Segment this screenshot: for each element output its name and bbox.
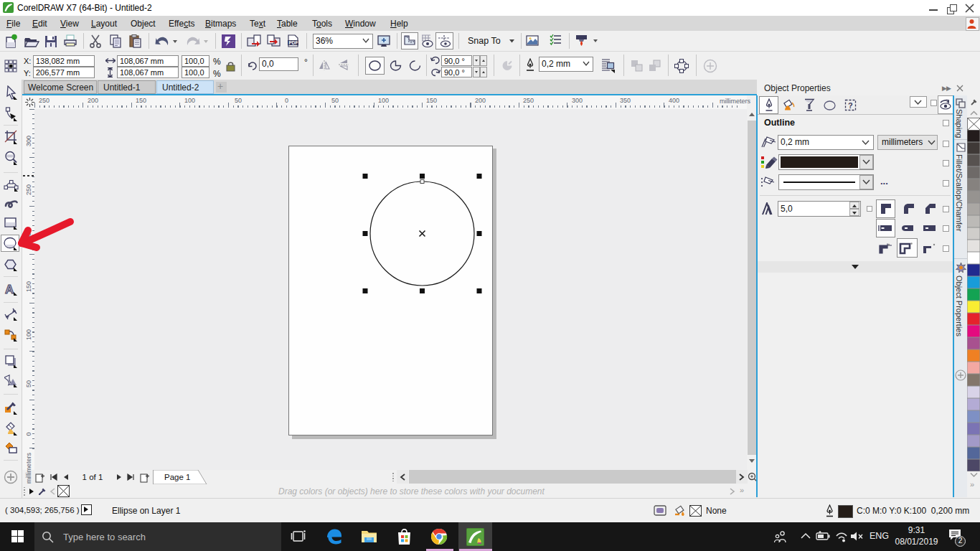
svg-text:A: A xyxy=(5,283,14,296)
svg-text:PDF: PDF xyxy=(289,40,298,45)
svg-text:?: ? xyxy=(848,101,853,110)
